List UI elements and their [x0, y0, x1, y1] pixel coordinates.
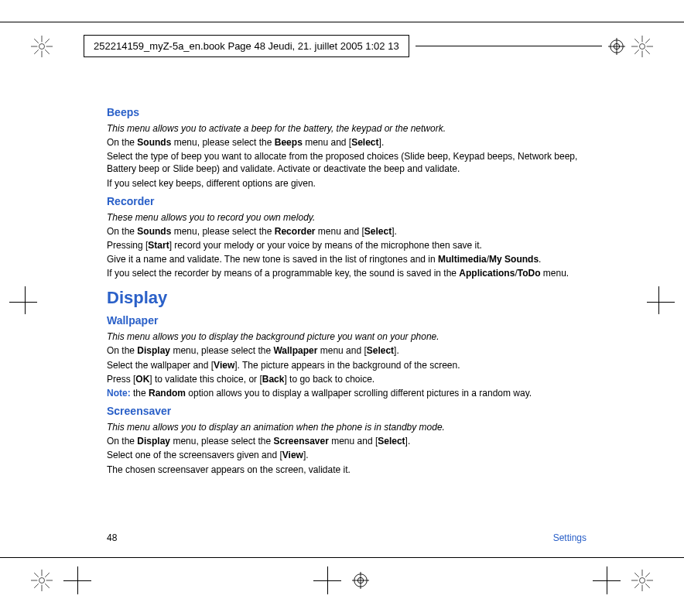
footer-label: Settings [553, 532, 587, 543]
svg-point-0 [39, 43, 45, 49]
svg-line-21 [634, 50, 639, 54]
wallpaper-line3: Press [OK] to validate this choice, or [… [107, 373, 587, 385]
svg-point-13 [640, 43, 645, 49]
recorder-line3: Give it a name and validate. The new ton… [107, 253, 587, 265]
svg-line-19 [645, 50, 650, 54]
registration-icon [608, 38, 625, 55]
svg-line-30 [34, 583, 39, 588]
starburst-icon [631, 570, 653, 591]
beeps-line3: If you select key beeps, different optio… [107, 177, 587, 190]
beeps-line1: On the Sounds menu, please select the Be… [107, 136, 587, 149]
beeps-intro: This menu allows you to activate a beep … [107, 122, 587, 135]
registration-icon [352, 572, 369, 589]
crop-group-bottom-left [31, 566, 91, 594]
svg-line-29 [45, 573, 50, 577]
screensaver-line3: The chosen screensaver appears on the sc… [107, 464, 587, 476]
heading-display: Display [107, 286, 587, 310]
svg-line-6 [45, 50, 50, 54]
svg-line-40 [634, 573, 639, 577]
heading-beeps: Beeps [107, 105, 587, 120]
svg-line-8 [34, 50, 39, 54]
screensaver-intro: This menu allows you to display an anima… [107, 421, 587, 433]
starburst-icon [31, 570, 53, 591]
starburst-icon [31, 36, 53, 57]
wallpaper-intro: This menu allows you to display the back… [107, 330, 587, 343]
svg-point-22 [39, 578, 45, 583]
svg-point-35 [640, 578, 645, 583]
svg-line-28 [45, 583, 50, 588]
screensaver-line2: Select one of the screensavers given and… [107, 449, 587, 461]
recorder-line2: Pressing [Start] record your melody or y… [107, 239, 587, 252]
recorder-intro: These menu allows you to record you own … [107, 211, 587, 224]
page-number: 48 [107, 532, 117, 543]
starburst-icon [631, 36, 653, 57]
svg-line-20 [645, 39, 650, 43]
svg-line-42 [645, 573, 650, 577]
crop-group-bottom-center [313, 566, 369, 594]
crop-group-bottom-right [593, 566, 653, 594]
rule-top [0, 22, 684, 22]
wallpaper-line2: Select the wallpaper and [View]. The pic… [107, 359, 587, 371]
heading-screensaver: Screensaver [107, 404, 587, 419]
wallpaper-note: Note: the Random option allows you to di… [107, 387, 587, 399]
svg-line-7 [45, 39, 50, 43]
beeps-line2: Select the type of beep you want to allo… [107, 150, 587, 175]
header-rule [416, 46, 602, 46]
page-content: Beeps This menu allows you to activate a… [107, 101, 587, 477]
wallpaper-line1: On the Display menu, please select the W… [107, 344, 587, 357]
page-footer: 48 Settings [107, 532, 587, 543]
svg-line-41 [645, 583, 650, 588]
screensaver-line1: On the Display menu, please select the S… [107, 435, 587, 447]
rule-bottom [0, 557, 684, 558]
svg-line-18 [634, 39, 639, 43]
heading-wallpaper: Wallpaper [107, 313, 587, 328]
heading-recorder: Recorder [107, 194, 587, 209]
svg-line-5 [34, 39, 39, 43]
recorder-line1: On the Sounds menu, please select the Re… [107, 225, 587, 238]
recorder-line4: If you select the recorder by means of a… [107, 267, 587, 279]
print-stamp-text: 252214159_myZ-5a_en.book Page 48 Jeudi, … [94, 40, 399, 52]
svg-line-27 [34, 573, 39, 577]
print-header-row: 252214159_myZ-5a_en.book Page 48 Jeudi, … [31, 35, 653, 57]
print-stamp: 252214159_myZ-5a_en.book Page 48 Jeudi, … [84, 35, 409, 57]
svg-line-43 [634, 583, 639, 588]
